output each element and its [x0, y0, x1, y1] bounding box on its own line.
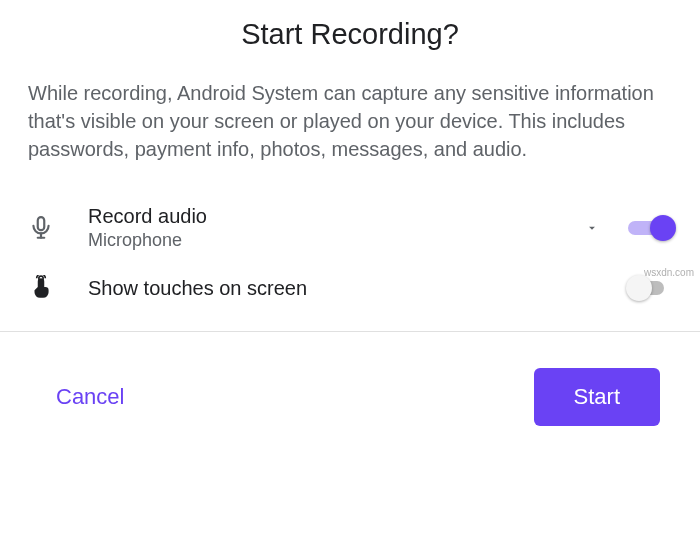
record-audio-row[interactable]: Record audio Microphone	[28, 193, 672, 263]
record-audio-sublabel: Microphone	[88, 230, 572, 251]
record-audio-label: Record audio	[88, 205, 572, 228]
chevron-down-icon	[585, 221, 599, 235]
microphone-icon	[28, 215, 88, 241]
record-audio-toggle[interactable]	[628, 215, 672, 241]
cancel-button[interactable]: Cancel	[40, 376, 140, 418]
button-row: Cancel Start	[0, 332, 700, 466]
dialog-title: Start Recording?	[28, 18, 672, 51]
recording-dialog: Start Recording? While recording, Androi…	[0, 0, 700, 313]
watermark: wsxdn.com	[644, 267, 694, 278]
show-touches-text: Show touches on screen	[88, 277, 612, 300]
record-audio-text: Record audio Microphone	[88, 205, 572, 251]
show-touches-toggle[interactable]	[628, 275, 672, 301]
dialog-body: While recording, Android System can capt…	[28, 79, 672, 163]
record-audio-dropdown[interactable]	[572, 221, 612, 235]
show-touches-row[interactable]: Show touches on screen	[28, 263, 672, 313]
show-touches-label: Show touches on screen	[88, 277, 612, 300]
start-button[interactable]: Start	[534, 368, 660, 426]
touch-icon	[28, 275, 88, 301]
